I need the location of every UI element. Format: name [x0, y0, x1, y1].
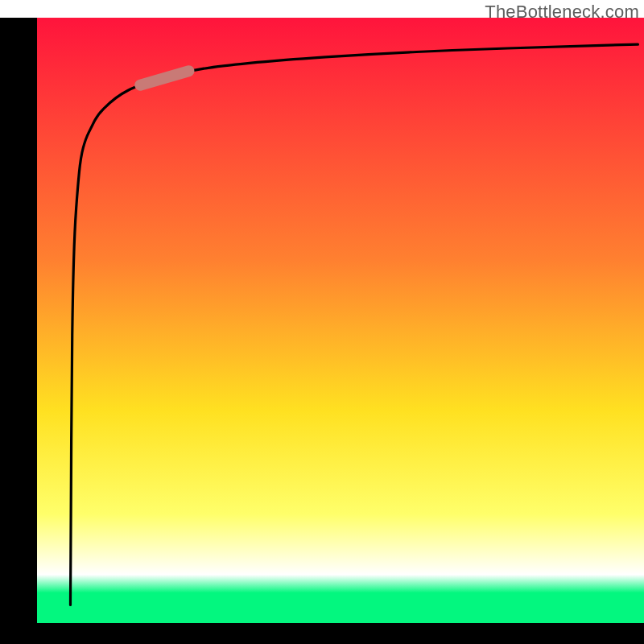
- watermark-text: TheBottleneck.com: [485, 2, 639, 23]
- plot-area-gradient: [37, 18, 644, 623]
- chart-svg: [0, 0, 644, 644]
- chart-stage: TheBottleneck.com: [0, 0, 644, 644]
- y-axis-bar: [0, 18, 37, 623]
- x-axis-bar: [0, 623, 644, 644]
